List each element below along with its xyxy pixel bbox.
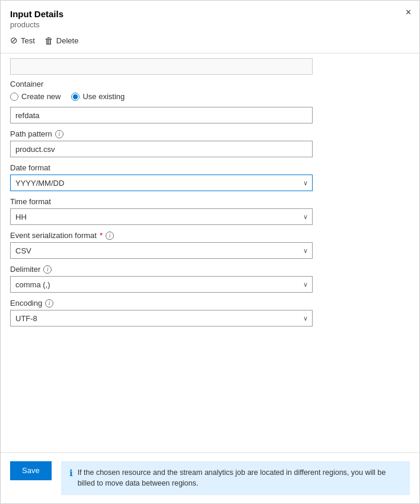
encoding-select[interactable]: UTF-8 UTF-16 ASCII xyxy=(10,310,313,327)
container-section: Container Create new Use existing xyxy=(10,80,410,101)
delete-icon: 🗑 xyxy=(44,36,53,46)
delimiter-label: Delimiter xyxy=(10,265,40,274)
use-existing-label: Use existing xyxy=(82,92,125,101)
time-format-group: Time format HH HH:mm HH:mm:ss ∨ xyxy=(10,197,410,225)
test-button[interactable]: ⊘ Test xyxy=(10,34,35,47)
delete-button[interactable]: 🗑 Delete xyxy=(44,34,79,47)
container-radio-group: Create new Use existing xyxy=(10,92,410,101)
required-asterisk: * xyxy=(100,231,103,240)
event-serialization-group: Event serialization format * i CSV JSON … xyxy=(10,231,410,259)
test-label: Test xyxy=(21,36,35,45)
refdata-group xyxy=(10,107,410,123)
event-serialization-label: Event serialization format xyxy=(10,231,97,240)
panel-footer: Save ℹ If the chosen resource and the st… xyxy=(1,452,419,504)
time-format-label-row: Time format xyxy=(10,197,410,206)
refdata-input[interactable] xyxy=(10,107,313,123)
time-format-select[interactable]: HH HH:mm HH:mm:ss xyxy=(10,208,313,225)
path-pattern-input[interactable] xyxy=(10,141,313,157)
event-serialization-info-icon[interactable]: i xyxy=(106,232,114,240)
date-format-select[interactable]: YYYY/MM/DD YYYY-MM-DD MM/DD/YYYY DD/MM/Y… xyxy=(10,175,313,191)
delimiter-select[interactable]: comma (,) tab (\t) semicolon (;) space (… xyxy=(10,276,313,293)
encoding-label: Encoding xyxy=(10,299,42,308)
date-format-label: Date format xyxy=(10,163,50,172)
delimiter-group: Delimiter i comma (,) tab (\t) semicolon… xyxy=(10,265,410,293)
delimiter-label-row: Delimiter i xyxy=(10,265,410,274)
delimiter-info-icon[interactable]: i xyxy=(43,265,52,274)
toolbar: ⊘ Test 🗑 Delete xyxy=(1,29,419,53)
encoding-info-icon[interactable]: i xyxy=(45,299,53,308)
input-details-panel: Input Details products × ⊘ Test 🗑 Delete… xyxy=(0,0,420,504)
info-box: ℹ If the chosen resource and the stream … xyxy=(61,461,410,496)
encoding-label-row: Encoding i xyxy=(10,299,410,308)
event-serialization-select[interactable]: CSV JSON Avro xyxy=(10,242,313,259)
test-icon: ⊘ xyxy=(10,35,18,46)
delimiter-select-wrapper: comma (,) tab (\t) semicolon (;) space (… xyxy=(10,276,313,293)
panel-title: Input Details xyxy=(10,9,410,19)
use-existing-radio[interactable] xyxy=(71,93,79,101)
top-input[interactable] xyxy=(10,58,313,75)
save-button[interactable]: Save xyxy=(10,461,52,480)
date-format-group: Date format YYYY/MM/DD YYYY-MM-DD MM/DD/… xyxy=(10,163,410,191)
path-pattern-info-icon[interactable]: i xyxy=(55,130,63,138)
time-format-select-wrapper: HH HH:mm HH:mm:ss ∨ xyxy=(10,208,313,225)
use-existing-option[interactable]: Use existing xyxy=(71,92,125,101)
path-pattern-group: Path pattern i xyxy=(10,129,410,157)
time-format-label: Time format xyxy=(10,197,51,206)
delete-label: Delete xyxy=(56,36,79,45)
scrollable-form: Container Create new Use existing Path p… xyxy=(1,53,419,452)
event-serialization-select-wrapper: CSV JSON Avro ∨ xyxy=(10,242,313,259)
create-new-option[interactable]: Create new xyxy=(10,92,61,101)
panel-subtitle: products xyxy=(10,20,410,29)
date-format-label-row: Date format xyxy=(10,163,410,172)
path-pattern-label: Path pattern xyxy=(10,129,52,138)
info-box-text: If the chosen resource and the stream an… xyxy=(78,467,402,490)
date-format-select-wrapper: YYYY/MM/DD YYYY-MM-DD MM/DD/YYYY DD/MM/Y… xyxy=(10,175,313,191)
create-new-radio[interactable] xyxy=(10,93,18,101)
encoding-select-wrapper: UTF-8 UTF-16 ASCII ∨ xyxy=(10,310,313,327)
close-button[interactable]: × xyxy=(406,8,411,17)
top-input-group xyxy=(10,58,410,75)
container-label: Container xyxy=(10,80,410,88)
panel-header: Input Details products × xyxy=(1,1,419,29)
info-box-icon: ℹ xyxy=(69,468,73,478)
path-pattern-label-row: Path pattern i xyxy=(10,129,410,138)
encoding-group: Encoding i UTF-8 UTF-16 ASCII ∨ xyxy=(10,299,410,327)
event-serialization-label-row: Event serialization format * i xyxy=(10,231,410,240)
create-new-label: Create new xyxy=(21,92,61,101)
